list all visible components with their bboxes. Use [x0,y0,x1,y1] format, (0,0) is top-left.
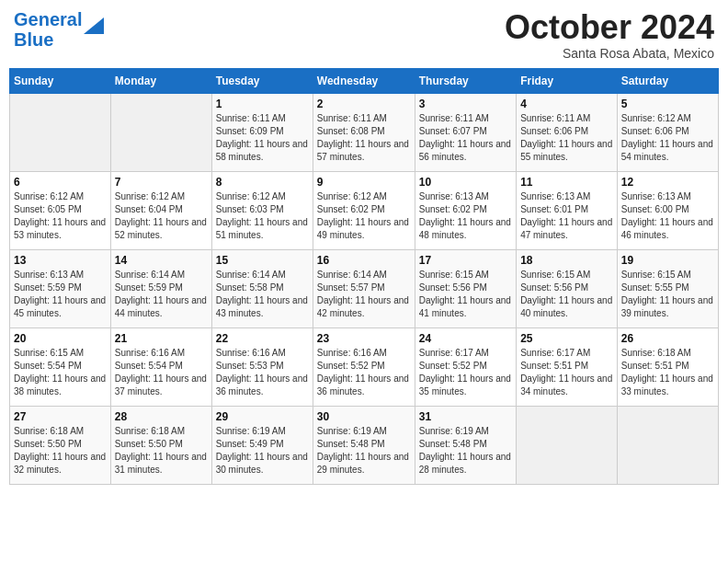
header-cell-friday: Friday [517,68,618,93]
day-number: 23 [317,332,411,345]
day-info: Sunrise: 6:14 AM Sunset: 5:58 PM Dayligh… [216,269,309,320]
day-number: 7 [115,176,208,189]
week-row-5: 27Sunrise: 6:18 AM Sunset: 5:50 PM Dayli… [10,406,719,484]
day-info: Sunrise: 6:14 AM Sunset: 5:57 PM Dayligh… [317,269,411,320]
day-info: Sunrise: 6:12 AM Sunset: 6:04 PM Dayligh… [115,190,208,242]
day-info: Sunrise: 6:11 AM Sunset: 6:09 PM Dayligh… [216,112,309,164]
day-cell: 1Sunrise: 6:11 AM Sunset: 6:09 PM Daylig… [211,93,313,171]
day-cell [617,406,718,484]
day-info: Sunrise: 6:19 AM Sunset: 5:48 PM Dayligh… [317,425,411,477]
day-number: 5 [621,98,714,110]
svg-marker-0 [84,17,104,34]
day-cell [517,406,618,484]
day-cell: 28Sunrise: 6:18 AM Sunset: 5:50 PM Dayli… [110,406,211,484]
day-number: 27 [14,410,107,423]
day-info: Sunrise: 6:17 AM Sunset: 5:51 PM Dayligh… [520,347,613,398]
header-cell-wednesday: Wednesday [313,68,415,93]
day-cell: 8Sunrise: 6:12 AM Sunset: 6:03 PM Daylig… [211,171,313,249]
day-number: 11 [520,176,613,189]
day-cell [10,93,111,171]
week-row-2: 6Sunrise: 6:12 AM Sunset: 6:05 PM Daylig… [10,171,719,249]
day-info: Sunrise: 6:12 AM Sunset: 6:06 PM Dayligh… [621,112,714,164]
day-cell: 23Sunrise: 6:16 AM Sunset: 5:52 PM Dayli… [313,327,415,406]
day-cell: 25Sunrise: 6:17 AM Sunset: 5:51 PM Dayli… [517,327,618,406]
day-number: 25 [520,332,613,345]
day-info: Sunrise: 6:11 AM Sunset: 6:08 PM Dayligh… [317,112,411,164]
day-number: 24 [419,332,512,345]
page-header: GeneralBlue October 2024 Santa Rosa Abat… [9,9,719,61]
logo-icon [84,17,104,34]
day-cell: 18Sunrise: 6:15 AM Sunset: 5:56 PM Dayli… [517,249,618,327]
day-number: 17 [419,254,512,267]
day-number: 8 [216,176,309,189]
day-info: Sunrise: 6:12 AM Sunset: 6:03 PM Dayligh… [216,190,309,242]
day-number: 29 [216,410,309,423]
day-number: 18 [520,254,613,267]
day-cell: 24Sunrise: 6:17 AM Sunset: 5:52 PM Dayli… [415,327,516,406]
subtitle: Santa Rosa Abata, Mexico [505,46,714,61]
day-cell: 31Sunrise: 6:19 AM Sunset: 5:48 PM Dayli… [415,406,516,484]
calendar-header: SundayMondayTuesdayWednesdayThursdayFrid… [10,68,719,93]
day-info: Sunrise: 6:15 AM Sunset: 5:56 PM Dayligh… [520,269,613,320]
calendar-table: SundayMondayTuesdayWednesdayThursdayFrid… [9,68,719,485]
day-info: Sunrise: 6:11 AM Sunset: 6:07 PM Dayligh… [419,112,512,164]
day-number: 9 [317,176,411,189]
day-number: 26 [621,332,714,345]
day-cell: 3Sunrise: 6:11 AM Sunset: 6:07 PM Daylig… [415,93,516,171]
day-info: Sunrise: 6:18 AM Sunset: 5:51 PM Dayligh… [621,347,714,398]
day-info: Sunrise: 6:13 AM Sunset: 6:02 PM Dayligh… [419,190,512,242]
title-area: October 2024 Santa Rosa Abata, Mexico [505,9,714,61]
day-info: Sunrise: 6:14 AM Sunset: 5:59 PM Dayligh… [115,269,208,320]
day-number: 28 [115,410,208,423]
day-number: 15 [216,254,309,267]
day-info: Sunrise: 6:13 AM Sunset: 5:59 PM Dayligh… [14,269,107,320]
day-number: 4 [520,98,613,110]
day-cell: 14Sunrise: 6:14 AM Sunset: 5:59 PM Dayli… [110,249,211,327]
day-cell [110,93,211,171]
day-info: Sunrise: 6:11 AM Sunset: 6:06 PM Dayligh… [520,112,613,164]
day-cell: 27Sunrise: 6:18 AM Sunset: 5:50 PM Dayli… [10,406,111,484]
header-cell-monday: Monday [110,68,211,93]
day-cell: 11Sunrise: 6:13 AM Sunset: 6:01 PM Dayli… [517,171,618,249]
header-cell-tuesday: Tuesday [211,68,313,93]
day-number: 20 [14,332,107,345]
day-number: 13 [14,254,107,267]
day-number: 14 [115,254,208,267]
day-number: 6 [14,176,107,189]
day-cell: 22Sunrise: 6:16 AM Sunset: 5:53 PM Dayli… [211,327,313,406]
day-number: 2 [317,98,411,110]
day-info: Sunrise: 6:15 AM Sunset: 5:55 PM Dayligh… [621,269,714,320]
day-cell: 4Sunrise: 6:11 AM Sunset: 6:06 PM Daylig… [517,93,618,171]
logo-text: GeneralBlue [14,9,82,50]
header-cell-saturday: Saturday [617,68,718,93]
day-cell: 26Sunrise: 6:18 AM Sunset: 5:51 PM Dayli… [617,327,718,406]
day-cell: 17Sunrise: 6:15 AM Sunset: 5:56 PM Dayli… [415,249,516,327]
day-cell: 15Sunrise: 6:14 AM Sunset: 5:58 PM Dayli… [211,249,313,327]
day-cell: 7Sunrise: 6:12 AM Sunset: 6:04 PM Daylig… [110,171,211,249]
day-info: Sunrise: 6:13 AM Sunset: 6:01 PM Dayligh… [520,190,613,242]
day-number: 31 [419,410,512,423]
day-cell: 2Sunrise: 6:11 AM Sunset: 6:08 PM Daylig… [313,93,415,171]
day-number: 22 [216,332,309,345]
header-cell-thursday: Thursday [415,68,516,93]
day-number: 3 [419,98,512,110]
day-info: Sunrise: 6:16 AM Sunset: 5:52 PM Dayligh… [317,347,411,398]
day-number: 19 [621,254,714,267]
day-number: 30 [317,410,411,423]
calendar-body: 1Sunrise: 6:11 AM Sunset: 6:09 PM Daylig… [10,93,719,484]
day-info: Sunrise: 6:15 AM Sunset: 5:56 PM Dayligh… [419,269,512,320]
day-info: Sunrise: 6:13 AM Sunset: 6:00 PM Dayligh… [621,190,714,242]
day-cell: 6Sunrise: 6:12 AM Sunset: 6:05 PM Daylig… [10,171,111,249]
day-info: Sunrise: 6:12 AM Sunset: 6:05 PM Dayligh… [14,190,107,242]
day-info: Sunrise: 6:17 AM Sunset: 5:52 PM Dayligh… [419,347,512,398]
week-row-4: 20Sunrise: 6:15 AM Sunset: 5:54 PM Dayli… [10,327,719,406]
week-row-1: 1Sunrise: 6:11 AM Sunset: 6:09 PM Daylig… [10,93,719,171]
header-row: SundayMondayTuesdayWednesdayThursdayFrid… [10,68,719,93]
week-row-3: 13Sunrise: 6:13 AM Sunset: 5:59 PM Dayli… [10,249,719,327]
day-cell: 9Sunrise: 6:12 AM Sunset: 6:02 PM Daylig… [313,171,415,249]
day-info: Sunrise: 6:16 AM Sunset: 5:53 PM Dayligh… [216,347,309,398]
header-cell-sunday: Sunday [10,68,111,93]
day-cell: 12Sunrise: 6:13 AM Sunset: 6:00 PM Dayli… [617,171,718,249]
day-info: Sunrise: 6:19 AM Sunset: 5:48 PM Dayligh… [419,425,512,477]
day-cell: 13Sunrise: 6:13 AM Sunset: 5:59 PM Dayli… [10,249,111,327]
